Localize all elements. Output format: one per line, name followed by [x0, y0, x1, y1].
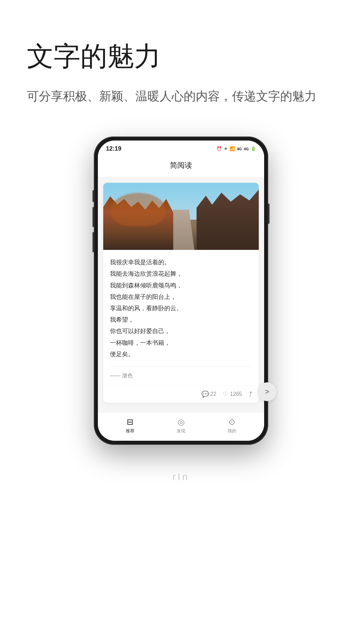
phone-mockup-container: 12:19 ⏰ ✳ 📶 4G 4G 🔋 简阅读: [0, 137, 362, 445]
card-poem-text: 我很庆幸我是活着的。 我能去海边欣赏浪花起舞， 我能到森林倾听鹿颂鸟鸣， 我也能…: [103, 250, 259, 386]
comment-action[interactable]: 💬 22: [201, 390, 217, 398]
wifi-icon: 📶: [230, 146, 235, 151]
power-button: [268, 204, 269, 224]
poem-line-7: 你也可以好好爱自己，: [110, 325, 252, 337]
share-icon: ⤴: [249, 390, 252, 398]
poem-line-5: 享温和的风，看静卧的云。: [110, 303, 252, 314]
phone-outer: 12:19 ⏰ ✳ 📶 4G 4G 🔋 简阅读: [94, 137, 268, 445]
nav-label-profile: 我的: [228, 428, 236, 434]
status-bar: 12:19 ⏰ ✳ 📶 4G 4G 🔋: [98, 141, 264, 155]
nav-item-recommend[interactable]: ⊟ 推荐: [105, 417, 156, 434]
like-count: 1265: [230, 391, 242, 397]
profile-icon: ⊙: [229, 417, 235, 427]
bottom-nav: ⊟ 推荐 ◎ 发现 ⊙ 我的: [98, 412, 264, 441]
poem-line-2: 我能去海边欣赏浪花起舞，: [110, 268, 252, 279]
app-title: 简阅读: [170, 161, 192, 169]
battery-icon: 🔋: [251, 146, 256, 151]
page-title: 文字的魅力: [27, 40, 335, 72]
comment-icon: 💬: [201, 390, 209, 398]
like-action[interactable]: ♡ 1265: [223, 390, 242, 398]
next-arrow-button[interactable]: >: [258, 382, 277, 401]
mute-button: [93, 190, 94, 202]
nav-label-recommend: 推荐: [126, 428, 134, 434]
poem-line-8: 一杯咖啡，一本书籍，: [110, 337, 252, 348]
like-icon: ♡: [223, 390, 228, 398]
bluetooth-icon: ✳: [224, 146, 228, 151]
app-titlebar: 简阅读: [98, 155, 264, 177]
status-time: 12:19: [106, 145, 121, 152]
nav-item-discover[interactable]: ◎ 发现: [156, 417, 206, 434]
poem-line-9: 便足矣。: [110, 348, 252, 360]
arrow-right-icon: >: [265, 387, 269, 396]
alarm-icon: ⏰: [217, 146, 222, 151]
card-actions: 💬 22 ♡ 1265 ⤴: [103, 386, 259, 403]
bottom-brand: rIn: [27, 472, 335, 482]
app-content[interactable]: 我很庆幸我是活着的。 我能去海边欣赏浪花起舞， 我能到森林倾听鹿颂鸟鸣， 我也能…: [98, 177, 264, 412]
nav-item-profile[interactable]: ⊙ 我的: [206, 417, 257, 434]
volume-down-button: [93, 232, 94, 252]
autumn-foliage-layer: [111, 193, 165, 226]
card-image: [103, 183, 259, 250]
content-card[interactable]: 我很庆幸我是活着的。 我能去海边欣赏浪花起舞， 我能到森林倾听鹿颂鸟鸣， 我也能…: [103, 183, 259, 403]
status-icons: ⏰ ✳ 📶 4G 4G 🔋: [217, 146, 256, 151]
phone-inner: 12:19 ⏰ ✳ 📶 4G 4G 🔋 简阅读: [98, 141, 264, 441]
poem-line-4: 我也能在屋子的阳台上，: [110, 291, 252, 303]
nav-label-discover: 发现: [177, 428, 185, 434]
discover-icon: ◎: [178, 417, 185, 427]
signal-4g-2-icon: 4G: [244, 147, 249, 151]
bottom-text-area: rIn: [0, 445, 362, 496]
comment-count: 22: [210, 391, 217, 397]
recommend-icon: ⊟: [127, 417, 133, 427]
signal-4g-icon: 4G: [237, 147, 242, 151]
volume-up-button: [93, 207, 94, 227]
page-header: 文字的魅力 可分享积极、新颖、温暖人心的内容，传递文字的魅力: [0, 0, 362, 126]
poem-line-3: 我能到森林倾听鹿颂鸟鸣，: [110, 280, 252, 291]
page-subtitle: 可分享积极、新颖、温暖人心的内容，传递文字的魅力: [27, 86, 335, 106]
poem-author: —— 澂色: [110, 367, 252, 379]
phone-wrapper: 12:19 ⏰ ✳ 📶 4G 4G 🔋 简阅读: [94, 137, 268, 445]
poem-line-1: 我很庆幸我是活着的。: [110, 257, 252, 268]
share-action[interactable]: ⤴: [249, 390, 252, 398]
poem-line-6: 我希望，: [110, 314, 252, 325]
